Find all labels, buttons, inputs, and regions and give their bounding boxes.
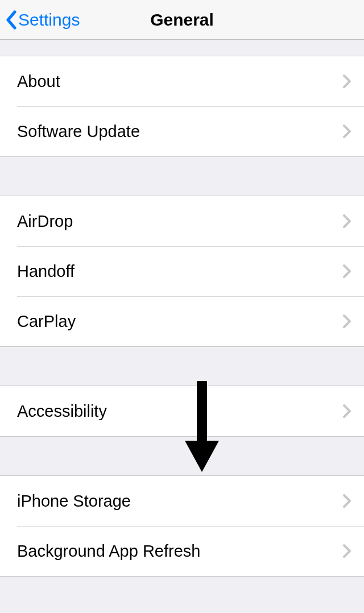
row-airdrop[interactable]: AirDrop <box>0 196 364 246</box>
row-label: Accessibility <box>17 402 342 421</box>
row-iphone-storage[interactable]: iPhone Storage <box>0 476 364 526</box>
row-label: CarPlay <box>17 312 342 331</box>
chevron-right-icon <box>342 404 351 419</box>
row-about[interactable]: About <box>0 56 364 106</box>
row-label: Software Update <box>17 122 342 141</box>
row-label: iPhone Storage <box>17 492 342 511</box>
nav-bar: Settings General <box>0 0 364 40</box>
row-software-update[interactable]: Software Update <box>0 106 364 156</box>
group-gap <box>0 437 364 475</box>
settings-group: iPhone Storage Background App Refresh <box>0 475 364 577</box>
chevron-right-icon <box>342 544 351 558</box>
chevron-right-icon <box>342 494 351 508</box>
row-accessibility[interactable]: Accessibility <box>0 386 364 436</box>
chevron-right-icon <box>342 74 351 89</box>
back-button[interactable]: Settings <box>6 10 80 30</box>
row-label: Handoff <box>17 262 342 281</box>
row-carplay[interactable]: CarPlay <box>0 296 364 346</box>
back-button-label: Settings <box>18 10 80 30</box>
group-gap <box>0 157 364 196</box>
group-gap <box>0 347 364 386</box>
settings-group: Accessibility <box>0 386 364 437</box>
settings-group: About Software Update <box>0 56 364 157</box>
row-background-app-refresh[interactable]: Background App Refresh <box>0 526 364 576</box>
chevron-right-icon <box>342 264 351 279</box>
settings-group: AirDrop Handoff CarPlay <box>0 196 364 347</box>
chevron-right-icon <box>342 124 351 139</box>
chevron-left-icon <box>6 10 17 30</box>
chevron-right-icon <box>342 214 351 229</box>
row-label: AirDrop <box>17 212 342 231</box>
page-title: General <box>150 10 214 30</box>
chevron-right-icon <box>342 314 351 329</box>
row-handoff[interactable]: Handoff <box>0 246 364 296</box>
settings-list: About Software Update AirDrop Handoff <box>0 40 364 577</box>
group-gap <box>0 40 364 56</box>
row-label: Background App Refresh <box>17 542 342 561</box>
row-label: About <box>17 72 342 91</box>
